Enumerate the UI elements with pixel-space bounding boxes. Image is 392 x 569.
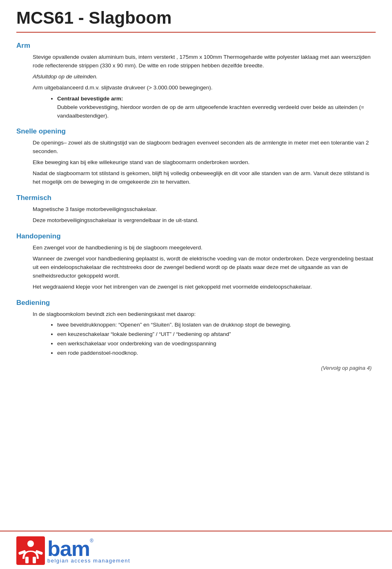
bediening-bullet-2: een keuzeschakelaar “lokale bediening” /… (57, 330, 376, 339)
arm-bullet-1-bold: Centraal bevestigde arm: (57, 96, 123, 102)
thermisch-para-1: Magnetische 3 fasige motorbeveiligingssc… (33, 205, 376, 214)
arm-para-2: Afsluitdop op de uiteinden. (33, 73, 376, 81)
bediening-bullet-4: een rode paddenstoel-noodknop. (57, 349, 376, 358)
bam-word: bam (47, 538, 90, 559)
arm-para-3: Arm uitgebalanceerd d.m.v. slijtvaste dr… (33, 84, 376, 92)
bediening-bullet-3: een werkschakelaar voor onderbreking van… (57, 340, 376, 348)
arm-content: Stevige opvallende ovalen aluminium buis… (33, 53, 376, 120)
svg-rect-2 (25, 557, 29, 563)
snelle-opening-para-2: Elke beweging kan bij elke willekeurige … (33, 158, 376, 167)
section-heading-handopening: Handopening (16, 232, 376, 240)
handopening-para-2: Wanneer de zwengel voor handbediening ge… (33, 255, 376, 280)
section-handopening: Handopening Een zwengel voor de handbedi… (16, 232, 376, 291)
handopening-para-1: Een zwengel voor de handbediening is bij… (33, 244, 376, 252)
bam-text-group: bam ® belgian access management (47, 538, 130, 564)
section-bediening: Bediening In de slagboomkolom bevindt zi… (16, 299, 376, 358)
section-arm: Arm Stevige opvallende ovalen aluminium … (16, 42, 376, 120)
thermisch-para-2: Deze motorbeveiligingsschakelaar is verg… (33, 216, 376, 225)
bam-logo-icon (16, 536, 45, 565)
bam-tagline: belgian access management (47, 558, 130, 564)
arm-para-1: Stevige opvallende ovalen aluminium buis… (33, 53, 376, 70)
arm-bullet-1-text: Dubbele vorkbevestiging, hierdoor worden… (57, 104, 364, 119)
bam-word-row: bam ® (47, 538, 130, 559)
main-content: MCS61 - Slagboom Arm Stevige opvallende … (0, 0, 392, 531)
registered-symbol: ® (90, 538, 94, 544)
handopening-para-3: Het wegdraaiend klepje voor het inbrenge… (33, 283, 376, 291)
bediening-bullet-1: twee beveldrukknoppen: “Openen” en “Slui… (57, 321, 376, 329)
continuation-note: (Vervolg op pagina 4) (16, 365, 376, 371)
svg-point-1 (27, 540, 34, 547)
bediening-para-1: In de slagboomkolom bevindt zich een bed… (33, 310, 376, 319)
footer: bam ® belgian access management (0, 531, 392, 569)
handopening-content: Een zwengel voor de handbediening is bij… (33, 244, 376, 291)
page: MCS61 - Slagboom Arm Stevige opvallende … (0, 0, 392, 569)
section-heading-thermisch: Thermisch (16, 194, 376, 202)
section-heading-bediening: Bediening (16, 299, 376, 307)
bediening-bullet-list: twee beveldrukknoppen: “Openen” en “Slui… (57, 321, 376, 358)
page-title: MCS61 - Slagboom (16, 8, 376, 33)
section-heading-snelle-opening: Snelle opening (16, 127, 376, 136)
snelle-opening-content: De openings– zowel als de sluitingstijd … (33, 139, 376, 187)
snelle-opening-para-1: De openings– zowel als de sluitingstijd … (33, 139, 376, 156)
arm-bullet-list: Centraal bevestigde arm: Dubbele vorkbev… (57, 95, 376, 120)
section-heading-arm: Arm (16, 42, 376, 50)
section-snelle-opening: Snelle opening De openings– zowel als de… (16, 127, 376, 187)
svg-rect-3 (33, 557, 36, 563)
thermisch-content: Magnetische 3 fasige motorbeveiligingssc… (33, 205, 376, 225)
snelle-opening-para-3: Nadat de slagboomarm tot stilstand is ge… (33, 169, 376, 187)
bediening-content: In de slagboomkolom bevindt zich een bed… (33, 310, 376, 358)
section-thermisch: Thermisch Magnetische 3 fasige motorbeve… (16, 194, 376, 225)
arm-bullet-1: Centraal bevestigde arm: Dubbele vorkbev… (57, 95, 376, 120)
bam-logo: bam ® belgian access management (16, 536, 130, 565)
